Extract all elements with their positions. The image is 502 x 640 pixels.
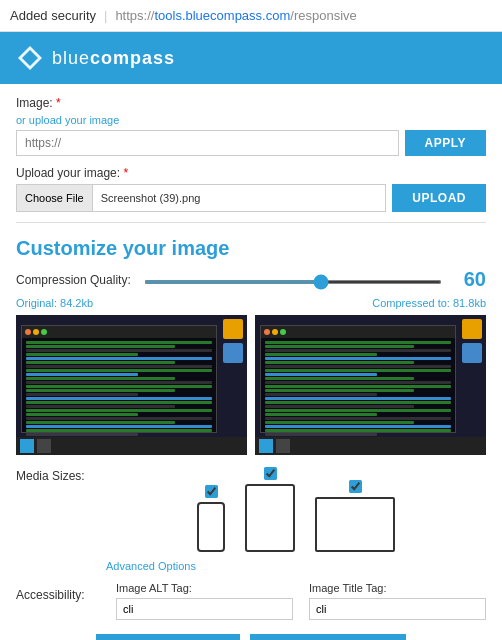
max-dot-2 <box>280 329 286 335</box>
media-sizes-row: Media Sizes: <box>16 467 486 552</box>
customize-section: Customize your image Compression Quality… <box>16 237 486 640</box>
image-url-section: Image: * or upload your image APPLY <box>16 96 486 156</box>
upload-section: Upload your image: * Choose File Screens… <box>16 166 486 212</box>
upload-link[interactable]: or upload your image <box>16 114 486 126</box>
phone-device <box>197 485 225 552</box>
size-labels: Original: 84.2kb Compressed to: 81.8kb <box>16 297 486 309</box>
phone-checkbox[interactable] <box>205 485 218 498</box>
desktop-device <box>315 480 395 552</box>
logo-icon <box>16 44 44 72</box>
file-name: Screenshot (39).png <box>93 192 386 204</box>
advanced-options-link[interactable]: Advanced Options <box>106 560 486 572</box>
divider-1 <box>16 222 486 223</box>
terminal-window-1 <box>21 325 217 433</box>
tag-fields: Image ALT Tag: Image Title Tag: <box>116 582 486 620</box>
file-row: Choose File Screenshot (39).png UPLOAD <box>16 184 486 212</box>
title-tag-group: Image Title Tag: <box>309 582 486 620</box>
phone-icon <box>197 502 225 552</box>
quality-label: Compression Quality: <box>16 273 136 287</box>
url-path: /responsive <box>290 8 356 23</box>
folder-icon-1 <box>223 319 243 339</box>
alt-tag-label: Image ALT Tag: <box>116 582 293 594</box>
quality-slider-container <box>144 272 442 287</box>
desktop-icon <box>315 497 395 552</box>
apply-button[interactable]: APPLY <box>405 130 486 156</box>
media-devices <box>106 467 486 552</box>
topbar-url: https://tools.bluecompass.com/responsive <box>115 8 356 23</box>
logo-bold: compass <box>90 48 175 68</box>
desktop-checkbox[interactable] <box>349 480 362 493</box>
desktop-icons <box>223 319 243 363</box>
title-tag-input[interactable] <box>309 598 486 620</box>
accessibility-section: Accessibility: Image ALT Tag: Image Titl… <box>16 582 486 620</box>
tablet-icon <box>245 484 295 552</box>
original-size: Original: 84.2kb <box>16 297 93 309</box>
url-domain: tools.bluecompass.com <box>154 8 290 23</box>
quality-slider[interactable] <box>144 280 442 284</box>
title-tag-label: Image Title Tag: <box>309 582 486 594</box>
logo-light: blue <box>52 48 90 68</box>
url-prefix: https:// <box>115 8 154 23</box>
terminal-lines-1 <box>22 338 216 447</box>
action-buttons: PREVIEW IMAGE DOWNLOAD FILES <box>16 634 486 640</box>
image-url-label: Image: * <box>16 96 486 110</box>
terminal-lines-2 <box>261 338 455 447</box>
original-preview <box>16 315 247 455</box>
upload-button[interactable]: UPLOAD <box>392 184 486 212</box>
alt-tag-input[interactable] <box>116 598 293 620</box>
file-icon-2 <box>462 343 482 363</box>
quality-row: Compression Quality: 60 <box>16 268 486 291</box>
main-content: Image: * or upload your image APPLY Uplo… <box>0 84 502 640</box>
preview-image-button[interactable]: PREVIEW IMAGE <box>96 634 241 640</box>
max-dot-1 <box>41 329 47 335</box>
download-files-button[interactable]: DOWNLOAD FILES <box>250 634 406 640</box>
titlebar-2 <box>261 326 455 338</box>
tablet-device <box>245 467 295 552</box>
folder-icon-2 <box>462 319 482 339</box>
media-sizes-label: Media Sizes: <box>16 467 106 483</box>
taskbar-1 <box>16 437 247 455</box>
terminal-window-2 <box>260 325 456 433</box>
compressed-desktop <box>255 315 486 455</box>
close-dot-1 <box>25 329 31 335</box>
image-preview-row <box>16 315 486 455</box>
min-dot-1 <box>33 329 39 335</box>
titlebar-1 <box>22 326 216 338</box>
choose-file-button[interactable]: Choose File <box>17 185 93 211</box>
upload-label: Upload your image: * <box>16 166 486 180</box>
logo-text: bluecompass <box>52 48 175 69</box>
alt-tag-group: Image ALT Tag: <box>116 582 293 620</box>
file-input-wrapper: Choose File Screenshot (39).png <box>16 184 386 212</box>
min-dot-2 <box>272 329 278 335</box>
compressed-preview <box>255 315 486 455</box>
tablet-checkbox[interactable] <box>264 467 277 480</box>
topbar: Added security | https://tools.bluecompa… <box>0 0 502 32</box>
topbar-separator: | <box>104 8 107 23</box>
close-dot-2 <box>264 329 270 335</box>
site-header: bluecompass <box>0 32 502 84</box>
compressed-size: Compressed to: 81.8kb <box>372 297 486 309</box>
taskbar-2 <box>255 437 486 455</box>
customize-title: Customize your image <box>16 237 486 260</box>
security-text: Added security <box>10 8 96 23</box>
url-input-row: APPLY <box>16 130 486 156</box>
accessibility-label: Accessibility: <box>16 582 96 602</box>
original-desktop <box>16 315 247 455</box>
quality-value: 60 <box>450 268 486 291</box>
desktop-icons-2 <box>462 319 482 363</box>
file-icon-1 <box>223 343 243 363</box>
url-input[interactable] <box>16 130 399 156</box>
